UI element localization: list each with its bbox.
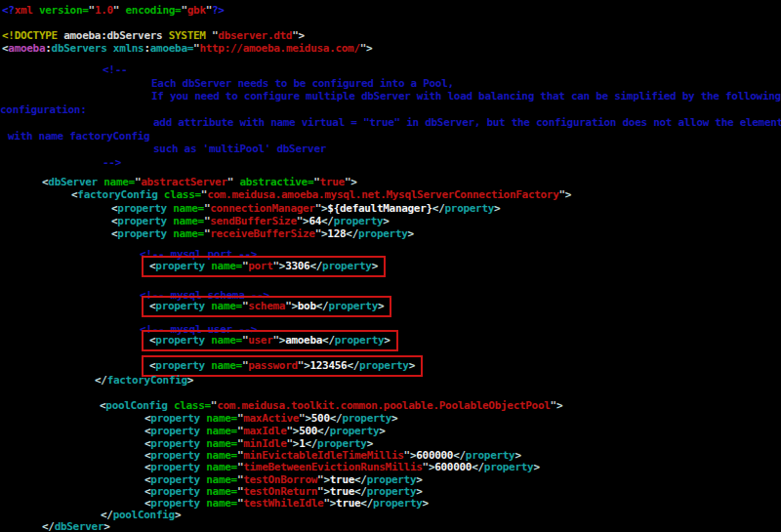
syntax-token-attr: name= <box>206 461 237 473</box>
syntax-token-val: com.meidusa.toolkit.common.poolable.Pool… <box>217 399 550 412</box>
syntax-token-br: </ <box>95 374 107 387</box>
syntax-token-tag: property <box>484 461 534 473</box>
syntax-token-tag: dbServer <box>55 520 104 532</box>
syntax-token-val: abstractServer <box>141 176 227 188</box>
syntax-token-tag: factoryConfig <box>107 374 187 387</box>
syntax-token-com: configuration: <box>0 103 87 116</box>
syntax-token-attr: name= <box>206 412 237 425</box>
syntax-token-attr: name= <box>206 425 237 437</box>
syntax-token-val: true <box>320 176 345 188</box>
code-line: <property name="testWhileIdle">true</pro… <box>144 497 429 510</box>
syntax-token-val: xml <box>15 4 33 17</box>
syntax-token-tag: property <box>155 260 205 272</box>
syntax-token-br: </ <box>346 227 358 240</box>
code-line: configuration: <box>0 103 87 116</box>
syntax-token-br: > <box>366 42 372 55</box>
code-line-highlighted: <property name="schema">bob</property> <box>142 296 391 317</box>
code-line: <poolConfig class="com.meidusa.toolkit.c… <box>100 399 562 412</box>
syntax-token-txt: 123456 <box>309 359 347 372</box>
code-line: <property name="maxIdle">500</property> <box>144 425 386 437</box>
syntax-token-tag: property <box>150 461 200 473</box>
syntax-token-attr: class= <box>174 399 211 412</box>
syntax-token-com: Each dbServer needs to be configured int… <box>151 77 454 90</box>
syntax-token-attr: name= <box>211 300 242 312</box>
syntax-token-com: with name factoryConfig <box>8 130 149 143</box>
syntax-token-val: user <box>248 334 272 347</box>
code-line: <dbServer name="abstractServer" abstract… <box>42 176 357 188</box>
syntax-token-br: </ <box>347 359 359 372</box>
code-line: with name factoryConfig <box>8 130 149 143</box>
syntax-token-br: > <box>533 461 539 473</box>
syntax-token-br: > <box>103 520 109 532</box>
code-line: <!DOCTYPE amoeba:dbServers SYSTEM "dbser… <box>2 29 305 42</box>
code-line: --> <box>103 156 121 169</box>
syntax-token-br: </ <box>322 334 335 347</box>
syntax-token-tag: dbServers <box>52 42 107 55</box>
syntax-token-attr: name= <box>211 334 242 347</box>
code-line: <!-- <box>103 63 127 76</box>
syntax-token-val: gbk <box>187 4 206 17</box>
syntax-token-tag: property <box>322 260 372 272</box>
highlight-box: <property name="schema">bob</property> <box>142 296 391 317</box>
syntax-token-attr: name= <box>173 227 204 240</box>
code-line: <property name="receiveBufferSize">128</… <box>111 227 414 240</box>
terminal-code-editor: <?xml version="1.0" encoding="gbk"?><!DO… <box>0 0 781 532</box>
syntax-token-txt: ${defaultManager} <box>327 202 432 215</box>
syntax-token-br: > <box>378 300 384 312</box>
syntax-token-tag: property <box>334 215 384 227</box>
syntax-token-br: > <box>379 425 385 437</box>
syntax-token-tag: poolConfig <box>113 509 175 521</box>
syntax-token-br: > <box>423 497 429 510</box>
syntax-token-tag: property <box>373 497 423 510</box>
code-line: add attribute with name virtual = "true"… <box>153 116 781 129</box>
syntax-token-com: <!-- <box>103 63 127 76</box>
code-line: <property name="connectionManager">${def… <box>111 202 500 215</box>
syntax-token-br: > <box>175 509 181 521</box>
syntax-token-br: </ <box>321 215 334 227</box>
syntax-token-val: maxIdle <box>243 425 286 437</box>
syntax-token-txt: 600000 <box>434 461 472 473</box>
syntax-token-attr: abstractive= <box>239 176 313 188</box>
syntax-token-mag: amoeba <box>8 42 45 55</box>
code-line: </poolConfig> <box>101 509 181 521</box>
code-line: </dbServer> <box>42 520 110 532</box>
syntax-token-val: 1.0 <box>95 4 113 17</box>
code-line: If you need to configure multiple dbServ… <box>151 90 781 102</box>
syntax-token-val: dbserver.dtd <box>218 29 292 42</box>
syntax-token-br: > <box>409 359 415 372</box>
syntax-token-val: http://amoeba.meidusa.com/ <box>199 42 359 55</box>
syntax-token-val: connectionManager <box>210 202 314 215</box>
syntax-token-br: </ <box>432 202 445 215</box>
syntax-token-tag: property <box>155 300 205 312</box>
syntax-token-tag: property <box>155 334 205 347</box>
syntax-token-val: testWhileIdle <box>243 497 323 510</box>
code-line-highlighted: <property name="port">3306</property> <box>142 256 386 277</box>
syntax-token-val: timeBetweenEvictionRunsMillis <box>243 461 422 473</box>
syntax-token-br: </ <box>42 520 55 532</box>
syntax-token-attr: name= <box>211 359 242 372</box>
syntax-token-yel: SYSTEM <box>169 29 206 42</box>
syntax-token-tag: property <box>335 334 385 347</box>
syntax-token-tag: property <box>444 202 494 215</box>
syntax-token-wht: amoeba:dbServers <box>58 29 169 42</box>
syntax-token-attr: name= <box>103 176 135 188</box>
syntax-token-br: > <box>556 399 562 412</box>
syntax-token-txt: 500 <box>299 425 317 437</box>
syntax-token-txt: amoeba <box>285 334 322 347</box>
code-line: <amoeba:dbServers xmlns:amoeba="http://a… <box>2 42 372 55</box>
syntax-token-br: </ <box>330 412 343 425</box>
syntax-token-txt: bob <box>298 300 316 312</box>
syntax-token-val: schema <box>248 300 285 312</box>
syntax-token-br: > <box>350 176 356 188</box>
code-line: </factoryConfig> <box>95 374 193 387</box>
syntax-token-attr: name= <box>173 202 204 215</box>
syntax-token-br: > <box>372 260 378 272</box>
syntax-token-txt: 500 <box>311 412 330 425</box>
syntax-token-br: > <box>187 374 193 387</box>
syntax-token-br: > <box>383 215 389 227</box>
syntax-token-br: > <box>391 412 397 425</box>
syntax-token-br: > <box>565 188 571 201</box>
syntax-token-tag: property <box>342 412 391 425</box>
syntax-token-tag: property <box>358 227 408 240</box>
syntax-token-tag: property <box>117 227 167 240</box>
